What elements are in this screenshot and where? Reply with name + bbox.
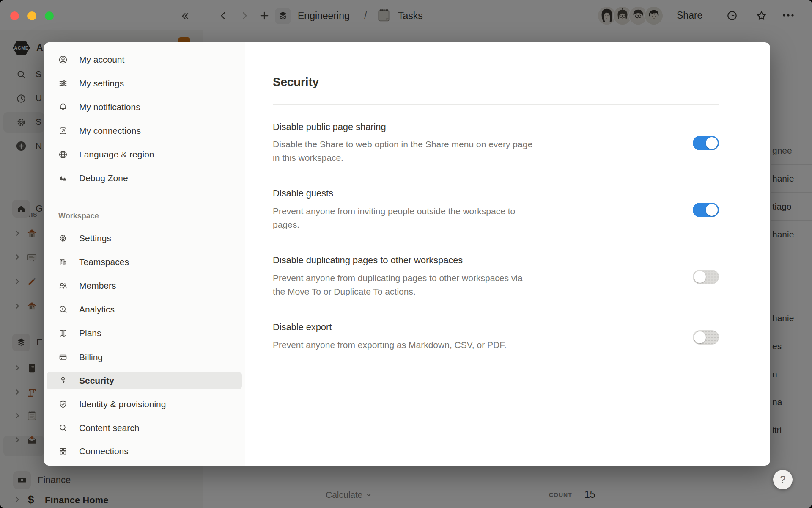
setting-title: Disable export (273, 321, 332, 334)
settings-modal: My account My settings My notifications … (44, 42, 770, 466)
shield-check-icon (58, 400, 68, 409)
setting-description: Disable the Share to web option in the S… (273, 138, 569, 165)
settings-sidebar-item-connections[interactable]: Connections (47, 442, 242, 460)
building-icon (58, 257, 68, 267)
help-button[interactable]: ? (773, 470, 793, 489)
map-icon (58, 329, 68, 338)
settings-sidebar-item-my-account[interactable]: My account (47, 51, 242, 69)
bell-icon (58, 102, 68, 112)
toggle-disable-guests[interactable] (693, 203, 719, 217)
settings-sidebar-item-my-settings[interactable]: My settings (47, 75, 242, 92)
title-divider (273, 104, 719, 105)
settings-sidebar-item-members[interactable]: Members (47, 277, 242, 295)
settings-sidebar-item-settings[interactable]: Settings (47, 229, 242, 247)
shapes-icon (58, 174, 68, 183)
workspace-section-header: Workspace (58, 212, 99, 221)
page-title: Security (273, 75, 319, 89)
settings-sidebar-item-my-notifications[interactable]: My notifications (47, 98, 242, 116)
setting-description: Prevent anyone from exporting as Markdow… (273, 338, 569, 352)
settings-sidebar-item-plans[interactable]: Plans (47, 324, 242, 342)
settings-sidebar-item-analytics[interactable]: Analytics (47, 301, 242, 318)
settings-sidebar-item-my-connections[interactable]: My connections (47, 122, 242, 140)
search-sparkle-icon (58, 305, 68, 314)
toggle-knob (706, 137, 718, 149)
settings-sidebar-item-debug-zone[interactable]: Debug Zone (47, 169, 242, 187)
toggle-knob (694, 271, 706, 283)
app-window: Engineering / Tasks Share ACME A S (0, 0, 812, 508)
account-icon (58, 55, 68, 64)
settings-sidebar-item-language-region[interactable]: Language & region (47, 146, 242, 163)
setting-title: Disable guests (273, 187, 333, 200)
setting-title: Disable public page sharing (273, 121, 386, 133)
credit-card-icon (58, 353, 68, 362)
settings-sidebar: My account My settings My notifications … (44, 42, 245, 466)
grid-icon (58, 447, 68, 456)
settings-sidebar-item-teamspaces[interactable]: Teamspaces (47, 253, 242, 271)
search-icon (58, 423, 68, 433)
setting-description: Prevent anyone from inviting people outs… (273, 204, 569, 232)
toggle-disable-public-page-sharing[interactable] (693, 136, 719, 150)
toggle-disable-duplicating-pages[interactable] (693, 270, 719, 284)
globe-icon (58, 150, 68, 159)
sliders-icon (58, 79, 68, 88)
toggle-knob (706, 204, 718, 216)
toggle-disable-export[interactable] (693, 330, 719, 345)
minimize-window-button[interactable] (27, 11, 36, 20)
close-window-button[interactable] (10, 11, 19, 20)
zoom-window-button[interactable] (45, 11, 54, 20)
key-icon (58, 376, 68, 385)
settings-sidebar-item-identity-provisioning[interactable]: Identity & provisioning (47, 395, 242, 413)
setting-description: Prevent anyone from duplicating pages to… (273, 271, 569, 298)
settings-sidebar-item-content-search[interactable]: Content search (47, 419, 242, 437)
toggle-knob (694, 331, 706, 343)
arrow-up-right-icon (58, 126, 68, 135)
settings-sidebar-item-security[interactable]: Security (47, 372, 242, 389)
window-controls (10, 11, 54, 20)
setting-title: Disable duplicating pages to other works… (273, 254, 463, 267)
settings-sidebar-item-billing[interactable]: Billing (47, 348, 242, 366)
people-icon (58, 281, 68, 290)
gear-icon (58, 234, 68, 243)
